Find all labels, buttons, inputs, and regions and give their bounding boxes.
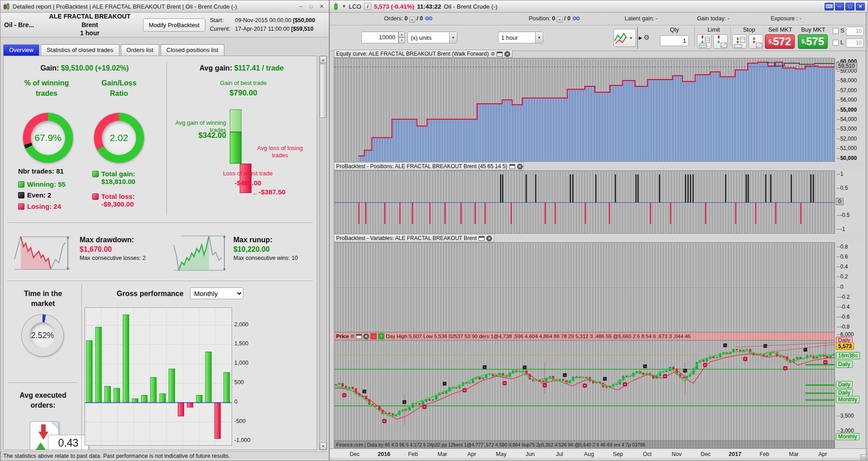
tab-orders-list[interactable]: Orders list — [121, 44, 159, 56]
winning-legend-icon — [18, 181, 24, 188]
chevron-down-icon[interactable]: ▼ — [629, 36, 633, 40]
overview-content: Gain: $9,510.00 (+19.02%) % of winning t… — [3, 56, 317, 450]
chevron-down-icon[interactable]: ▼ — [449, 32, 457, 43]
scroll-up-icon[interactable]: ▲ — [320, 56, 327, 63]
scroll-down-icon[interactable]: ▼ — [320, 442, 327, 450]
close-button[interactable]: ✕ — [856, 3, 865, 10]
timeframe-dropdown[interactable]: 1 hour▼ — [498, 32, 543, 43]
s-value-box[interactable]: 10 — [846, 27, 864, 36]
price-chart[interactable] — [334, 340, 835, 441]
equity-panel-header[interactable]: Equity curve: ALE FRACTAL BREAKOUT Brent… — [334, 50, 512, 58]
buy-limit-button[interactable] — [713, 34, 728, 49]
report-tabs: Overview Statistics of closed trades Ord… — [3, 43, 317, 56]
time-donut-ring: 2.52% — [22, 315, 63, 356]
close-panel-icon[interactable]: ✕ — [517, 164, 523, 169]
total-loss-legend: Total loss: -$9,300.00 — [92, 193, 135, 208]
best-trade-value: $790.00 — [194, 89, 293, 98]
spin-down-icon[interactable]: ▼ — [398, 38, 405, 43]
time-axis-label: Feb — [754, 451, 774, 457]
equity-curve-chart[interactable] — [334, 58, 835, 162]
detach-window-icon[interactable] — [497, 52, 503, 56]
collapse-arrow-icon[interactable]: ▶ — [639, 35, 642, 40]
variables-panel-header[interactable]: ProBacktest - Variables: ALE FRACTAL BRE… — [334, 234, 494, 242]
close-button[interactable]: ✕ — [317, 3, 326, 10]
chart-type-button[interactable]: ▼ — [613, 29, 636, 47]
keyboard-icon[interactable]: ⌨ — [825, 3, 834, 10]
divider — [730, 27, 731, 46]
l-value-box[interactable]: 10 — [846, 38, 864, 47]
qty-input[interactable] — [660, 35, 689, 46]
report-titlebar[interactable]: Detailed report | ProBacktest | ALE FRAC… — [0, 0, 329, 13]
quote-time: 11:43:22 — [417, 3, 441, 10]
minimize-button[interactable]: ─ — [835, 3, 844, 10]
resize-grip-icon[interactable] — [860, 454, 867, 460]
tab-overview[interactable]: Overview — [3, 44, 39, 56]
tab-closed-positions[interactable]: Closed positions list — [161, 44, 224, 56]
price-panel-header[interactable]: Price ⚙ ✕ ↓ ↑ Day High 5,607 Low 5,536 0… — [334, 332, 835, 340]
buy-mkt-button[interactable]: 5,575 — [798, 34, 828, 49]
modify-probacktest-button[interactable]: Modify ProBacktest — [143, 19, 205, 32]
cancel-orders-icon[interactable]: ✕ — [409, 17, 415, 23]
time-axis-label: 2017 — [725, 451, 745, 457]
sell-mkt-label: Sell MKT — [765, 26, 796, 33]
detach-window-icon[interactable] — [479, 236, 484, 241]
best-trade-bar — [230, 109, 242, 132]
positions-chart[interactable] — [334, 170, 835, 234]
backtest-dates: Start: 09-Nov-2015 00:00:00 [$50,000 Cur… — [210, 16, 315, 33]
trading-settings-icon[interactable]: ⚙ — [644, 33, 650, 42]
stop-order-button[interactable] — [749, 34, 763, 49]
orders-settings-icon[interactable]: ⚙⚙ — [424, 15, 432, 22]
units-dropdown[interactable]: (x) units▼ — [408, 32, 457, 43]
chart-toolbar: 10000 ▲▼ (x) units▼ 1 hour▼ ▼ ▶ ⚙ Qty Li… — [330, 25, 868, 51]
monthly-performance-chart[interactable] — [85, 307, 232, 446]
chevron-down-icon[interactable]: ▼ — [535, 32, 543, 43]
even-legend-icon — [18, 192, 24, 198]
symbol-dropdown-icon[interactable]: ▼ — [342, 4, 346, 9]
detach-window-icon[interactable] — [356, 334, 362, 339]
properties-icon[interactable]: ⚙ — [350, 334, 355, 339]
variables-chart[interactable] — [334, 242, 835, 332]
properties-icon[interactable]: ⚙ — [490, 51, 495, 57]
time-axis-label: Dec — [696, 451, 716, 457]
detach-window-icon[interactable] — [509, 164, 515, 169]
minimize-button[interactable]: ─ — [296, 3, 305, 10]
instrument-short-label: Oil - Bre... — [4, 21, 37, 28]
section-divider-1 — [7, 222, 313, 223]
performance-period-select[interactable]: Monthly — [190, 287, 243, 299]
limit-checkbox[interactable] — [833, 40, 839, 46]
sell-limit-button[interactable] — [697, 34, 711, 49]
right-edge-strip — [866, 13, 868, 461]
spin-up-icon[interactable]: ▲ — [398, 32, 405, 38]
gain-heading: Gain: $9,510.00 (+19.02%) — [4, 64, 166, 72]
close-position-icon[interactable]: ✕ — [557, 17, 563, 23]
position-settings-icon[interactable]: ⚙⚙ — [572, 15, 579, 22]
sell-arrow-icon[interactable]: ↓ — [370, 333, 377, 339]
report-scrollbar[interactable]: ▲ ▼ — [319, 56, 327, 450]
losing-legend-icon — [18, 203, 24, 210]
maximize-button[interactable]: □ — [307, 3, 316, 10]
candlestick-app-icon — [3, 3, 10, 10]
buy-arrow-icon[interactable]: ↑ — [378, 333, 384, 339]
positions-panel-header[interactable]: ProBacktest - Positions: ALE FRACTAL BRE… — [334, 162, 524, 170]
info-icon[interactable]: i — [364, 3, 371, 10]
close-panel-icon[interactable]: ✕ — [363, 334, 369, 339]
chart-titlebar[interactable]: ▼ LCO i 5,573 (-0.41%) 11:43:22 Oil - Br… — [330, 0, 868, 13]
avg-win-bar — [230, 132, 242, 164]
stop-loss-button[interactable] — [732, 34, 747, 49]
sell-mkt-button[interactable]: 5,572 — [765, 34, 795, 49]
close-panel-icon[interactable]: ✕ — [504, 51, 510, 57]
scrollbar-thumb[interactable] — [320, 64, 327, 118]
price-header-overlay: Day High 5,607 Low 5,536 02537 53 90 der… — [386, 334, 691, 339]
time-donut-value: 2.52% — [22, 315, 63, 356]
avg-loss-arrow-icon: ← — [252, 190, 258, 197]
quantity-spinner[interactable]: 10000 ▲▼ — [361, 32, 405, 43]
runup-sparkline-icon — [172, 232, 226, 275]
tab-statistics[interactable]: Statistics of closed trades — [41, 44, 119, 56]
best-trade-label: Gain of best trade — [194, 80, 293, 87]
close-panel-icon[interactable]: ✕ — [486, 235, 492, 241]
stop-checkbox[interactable] — [833, 28, 839, 34]
maximize-button[interactable]: □ — [845, 3, 854, 10]
avg-gain-heading: Avg gain: $117.41 / trade — [169, 64, 314, 72]
total-loss-icon — [92, 193, 99, 200]
report-header: Oil - Bre... ALE FRACTAL BREAKOUT Brent … — [0, 13, 329, 38]
